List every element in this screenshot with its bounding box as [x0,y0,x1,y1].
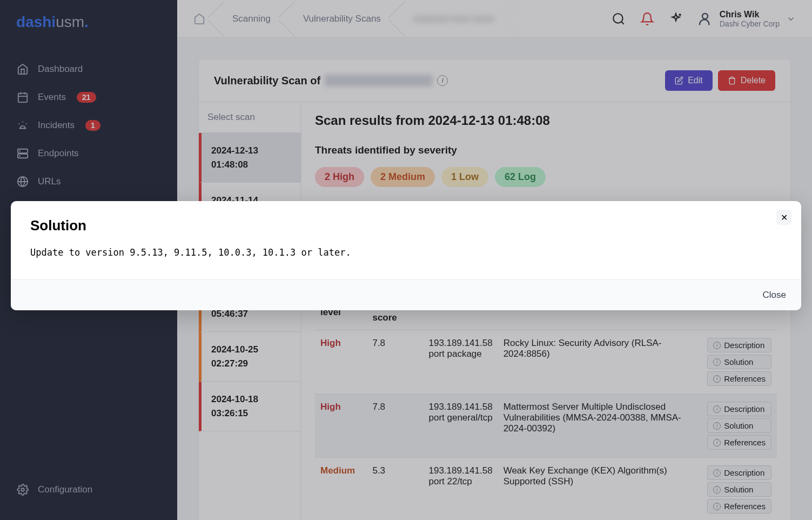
modal-text: Update to version 9.5.13, 9.11.5, 10.0.3… [30,247,782,258]
modal-body: Solution Update to version 9.5.13, 9.11.… [11,201,801,279]
modal-footer: Close [11,279,801,310]
modal-close-x[interactable]: ✕ [776,210,791,225]
modal-close-button[interactable]: Close [763,290,786,301]
solution-modal: ✕ Solution Update to version 9.5.13, 9.1… [11,201,801,310]
modal-title: Solution [30,217,782,234]
